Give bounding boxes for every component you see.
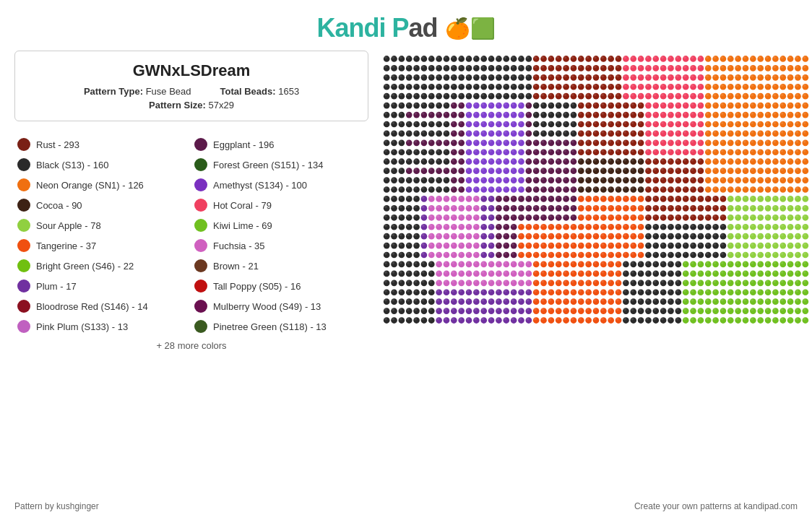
- color-label: Pinetree Green (S118) - 13: [213, 321, 327, 332]
- pattern-meta: Pattern Type: Fuse Bead Total Beads: 165…: [30, 86, 353, 97]
- color-label: Mulberry Wood (S49) - 13: [213, 301, 321, 312]
- color-swatch: [194, 178, 207, 191]
- color-item: Hot Coral - 79: [191, 195, 368, 215]
- pattern-type-value: Fuse Bead: [146, 86, 191, 97]
- color-label: Black (S13) - 160: [36, 160, 108, 170]
- pattern-title: GWNxLSDream: [30, 61, 353, 80]
- color-swatch: [194, 300, 207, 313]
- color-swatch: [194, 219, 207, 232]
- pattern-type-label: Pattern Type:: [84, 86, 143, 97]
- color-label: Rust - 293: [36, 139, 79, 150]
- color-item: Eggplant - 196: [191, 134, 368, 155]
- color-item: Rust - 293: [14, 134, 191, 155]
- color-item: Pink Plum (S133) - 13: [14, 316, 191, 337]
- color-label: Pink Plum (S133) - 13: [36, 321, 128, 332]
- right-panel: [383, 51, 809, 355]
- footer-cta: Create your own patterns at kandipad.com: [634, 501, 798, 511]
- color-item: Pinetree Green (S118) - 13: [191, 316, 368, 337]
- color-label: Bloodrose Red (S146) - 14: [36, 301, 148, 312]
- pattern-info-box: GWNxLSDream Pattern Type: Fuse Bead Tota…: [14, 51, 368, 121]
- color-label: Eggplant - 196: [213, 139, 275, 150]
- pattern-beads-value: 1653: [278, 86, 299, 97]
- color-swatch: [17, 199, 30, 212]
- logo-emoji: 🍊🟩: [445, 17, 496, 40]
- color-label: Plum - 17: [36, 281, 77, 292]
- color-item: Fuchsia - 35: [191, 235, 368, 256]
- logo-pad-rest: ad: [409, 13, 438, 43]
- color-swatch: [17, 178, 30, 191]
- color-swatch: [194, 199, 207, 212]
- color-label: Fuchsia - 35: [213, 240, 265, 251]
- color-item: Bright Green (S46) - 22: [14, 256, 191, 276]
- logo: Kandi Pad 🍊🟩: [316, 13, 495, 43]
- color-swatch: [17, 259, 30, 272]
- pattern-beads: Total Beads: 1653: [220, 86, 300, 97]
- color-swatch: [17, 158, 30, 171]
- color-label: Forest Green (S151) - 134: [213, 160, 323, 170]
- color-label: Tall Poppy (S05) - 16: [213, 281, 301, 292]
- color-swatch: [194, 320, 207, 333]
- pattern-by: Pattern by kushginger: [14, 501, 99, 511]
- color-swatch: [17, 320, 30, 333]
- color-item: Neon Orange (SN1) - 126: [14, 175, 191, 195]
- footer: Pattern by kushginger Create your own pa…: [14, 501, 798, 511]
- color-label: Sour Apple - 78: [36, 220, 101, 231]
- color-item: Sour Apple - 78: [14, 215, 191, 235]
- pattern-size-row: Pattern Size: 57x29: [30, 100, 353, 110]
- color-item: Tangerine - 37: [14, 235, 191, 256]
- color-swatch: [194, 239, 207, 252]
- logo-pad-p: P: [392, 13, 409, 43]
- color-swatch: [17, 219, 30, 232]
- header: Kandi Pad 🍊🟩: [0, 0, 812, 51]
- pattern-size: Pattern Size: 57x29: [149, 100, 234, 110]
- color-swatch: [194, 259, 207, 272]
- color-swatch: [194, 158, 207, 171]
- logo-space: [385, 13, 392, 43]
- color-label: Brown - 21: [213, 261, 259, 272]
- color-item: Kiwi Lime - 69: [191, 215, 368, 235]
- left-panel: GWNxLSDream Pattern Type: Fuse Bead Tota…: [14, 51, 368, 355]
- main-content: GWNxLSDream Pattern Type: Fuse Bead Tota…: [0, 51, 812, 355]
- color-label: Cocoa - 90: [36, 200, 82, 211]
- color-label: Amethyst (S134) - 100: [213, 180, 307, 191]
- color-swatch: [17, 138, 30, 151]
- color-item: Tall Poppy (S05) - 16: [191, 276, 368, 296]
- logo-kandi-rest: andi: [334, 13, 385, 43]
- color-item: Amethyst (S134) - 100: [191, 175, 368, 195]
- color-item: Brown - 21: [191, 256, 368, 276]
- colors-grid: Rust - 293Eggplant - 196Black (S13) - 16…: [14, 134, 368, 337]
- color-item: Forest Green (S151) - 134: [191, 155, 368, 175]
- color-item: Plum - 17: [14, 276, 191, 296]
- color-swatch: [194, 138, 207, 151]
- color-item: Cocoa - 90: [14, 195, 191, 215]
- pattern-size-label: Pattern Size:: [149, 100, 206, 110]
- pattern-image-container: [383, 54, 809, 325]
- color-swatch: [17, 239, 30, 252]
- more-colors: + 28 more colors: [14, 337, 368, 355]
- color-label: Hot Coral - 79: [213, 200, 272, 211]
- pattern-canvas: [383, 54, 809, 325]
- color-swatch: [17, 300, 30, 313]
- color-label: Tangerine - 37: [36, 240, 96, 251]
- color-swatch: [17, 280, 30, 292]
- pattern-size-value: 57x29: [208, 100, 233, 110]
- color-item: Bloodrose Red (S146) - 14: [14, 296, 191, 316]
- pattern-beads-label: Total Beads:: [220, 86, 276, 97]
- color-item: Black (S13) - 160: [14, 155, 191, 175]
- color-item: Mulberry Wood (S49) - 13: [191, 296, 368, 316]
- color-label: Bright Green (S46) - 22: [36, 261, 134, 272]
- logo-kandi: K: [316, 13, 334, 43]
- color-swatch: [194, 280, 207, 292]
- pattern-type: Pattern Type: Fuse Bead: [84, 86, 191, 97]
- color-label: Neon Orange (SN1) - 126: [36, 180, 144, 191]
- color-label: Kiwi Lime - 69: [213, 220, 272, 231]
